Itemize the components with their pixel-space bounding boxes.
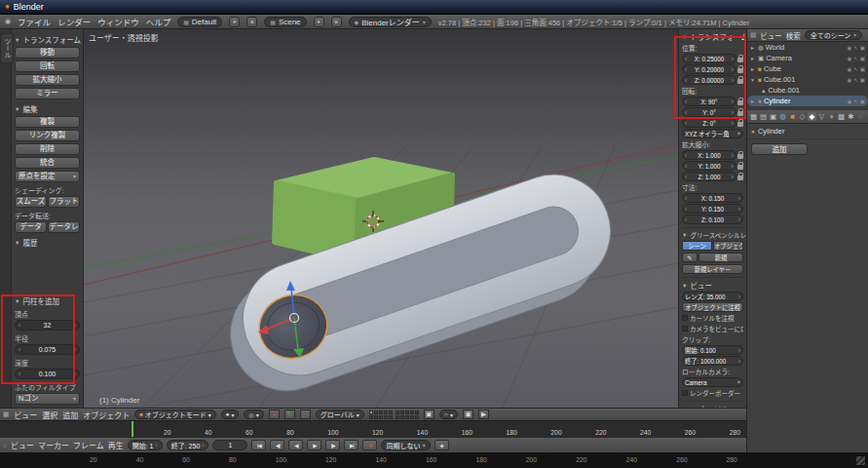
clip-start-field[interactable]: 開始: 0.100› [682, 345, 743, 355]
increment-icon[interactable]: › [732, 77, 734, 84]
resize-grip[interactable] [856, 456, 865, 465]
collapse-icon[interactable]: ▼ [750, 77, 756, 83]
scale-z-field[interactable]: ‹Z: 1.000› [682, 172, 736, 181]
lock-icon[interactable] [737, 58, 743, 62]
select-restrict-icon[interactable]: ↖ [853, 66, 858, 72]
timeline-playhead[interactable] [132, 421, 133, 438]
gpencil-scene-tab[interactable]: シーン [682, 241, 712, 251]
panel-header-grease-pencil[interactable]: ▼ グリースペンシルレイ.. [682, 230, 743, 240]
frame-end-field[interactable]: 終了: 250 › [167, 440, 209, 450]
scene-selector[interactable]: ▦ Scene [264, 17, 306, 27]
viewport-menu-add[interactable]: 追加 [62, 410, 78, 420]
play-button[interactable]: ▶ [307, 440, 321, 450]
mirror-button[interactable]: ミラー [15, 88, 80, 99]
lock-icon[interactable] [737, 100, 743, 105]
dimensions-y-field[interactable]: ‹Y: 0.150› [682, 204, 743, 214]
data-layout-transfer-button[interactable]: データレ [48, 221, 80, 233]
tab-world-icon[interactable]: ◍ [778, 112, 787, 121]
decrement-icon[interactable]: ‹ [685, 98, 687, 105]
panel-header-add-cylinder[interactable]: ▼ 円柱を追加 [15, 295, 80, 306]
eye-icon[interactable]: ◉ [847, 66, 851, 72]
info-editor-icon[interactable]: ◉ [5, 18, 11, 25]
lock-icon[interactable] [737, 68, 743, 73]
outliner-item-cylinder[interactable]: ► ● Cylinder ◉↖▣ [747, 96, 868, 106]
increment-icon[interactable]: › [732, 109, 734, 116]
timeline-region[interactable]: 20406080100120140160180200220240260280 [0, 420, 746, 437]
lock-to-object-field[interactable]: オブジェクトに注視 [682, 302, 743, 312]
snap-dropdown[interactable]: ∩ ▾ [439, 410, 458, 419]
menu-help[interactable]: ヘルプ [146, 16, 171, 27]
scene-delete-button[interactable]: × [331, 17, 342, 27]
rotation-z-field[interactable]: ‹Z: 0°› [682, 118, 736, 128]
select-restrict-icon[interactable]: ↖ [853, 98, 858, 104]
lock-icon[interactable] [737, 122, 743, 127]
viewport-3d[interactable]: ユーザー・透視投影 (1) Cylinder [84, 29, 678, 408]
tab-constraints-icon[interactable]: ◇ [798, 112, 807, 121]
translate-button[interactable]: 移動 [15, 47, 80, 58]
outliner-display-dropdown[interactable]: 全てのシーン ▾ [805, 30, 862, 40]
increment-icon[interactable]: › [732, 98, 734, 105]
jump-prev-keyframe-button[interactable]: ◀| [270, 440, 284, 450]
scale-button[interactable]: 拡大縮小 [15, 74, 80, 86]
decrement-icon[interactable]: ‹ [685, 152, 687, 159]
panel-header-view[interactable]: ▼ ビュー [682, 280, 743, 291]
menu-window[interactable]: ウィンドウ [97, 16, 139, 27]
expand-icon[interactable]: ► [750, 66, 756, 72]
manipulator-scale-icon[interactable]: □ [300, 410, 311, 419]
outliner-item-cube-001-data[interactable]: ▲ Cube.001 [747, 85, 868, 96]
expand-icon[interactable]: ► [750, 98, 756, 104]
decrement-icon[interactable]: ‹ [685, 174, 687, 180]
jump-to-end-button[interactable]: ▶| [344, 440, 359, 450]
local-camera-field[interactable]: Camera▾ [682, 377, 743, 387]
decrement-icon[interactable]: ‹ [685, 216, 687, 223]
panel-header-history[interactable]: ▼ 履歴 [15, 237, 80, 248]
increment-icon[interactable]: › [738, 358, 740, 365]
increment-icon[interactable]: › [732, 152, 734, 159]
lock-cursor-checkbox[interactable] [682, 315, 688, 321]
menu-render[interactable]: レンダー [57, 16, 91, 27]
render-engine-selector[interactable]: ◆ Blenderレンダー ▾ [349, 17, 432, 27]
layers-widget[interactable] [369, 410, 419, 419]
pivot-dropdown[interactable]: ◎ ▾ [244, 410, 263, 419]
manipulator-translate-icon[interactable]: + [269, 410, 280, 419]
eye-icon[interactable]: ◉ [847, 98, 851, 104]
tab-material-icon[interactable]: ● [827, 112, 836, 121]
panel-header-edit[interactable]: ▼ 編集 [15, 103, 80, 114]
expand-icon[interactable]: ► [750, 45, 756, 51]
frame-start-field[interactable]: 開始: 1 › [128, 440, 163, 450]
viewport-menu-select[interactable]: 選択 [42, 410, 57, 420]
dimensions-z-field[interactable]: ‹Z: 0.100› [682, 214, 743, 224]
increment-icon[interactable]: › [202, 442, 204, 448]
join-button[interactable]: 統合 [15, 157, 80, 169]
tab-scene-icon[interactable]: ▣ [769, 112, 777, 121]
depth-field[interactable]: ‹ 0.100 › [15, 369, 80, 379]
outliner-menu-view[interactable]: ビュー [760, 30, 782, 41]
render-restrict-icon[interactable]: ▣ [860, 45, 865, 51]
expand-icon[interactable]: ► [750, 56, 756, 61]
viewport-menu-view[interactable]: ビュー [14, 410, 37, 420]
tab-texture-icon[interactable]: ▩ [837, 112, 846, 121]
decrement-icon[interactable]: ‹ [685, 66, 687, 73]
outliner-editor-icon[interactable]: ▤ [750, 31, 756, 39]
increment-icon[interactable]: › [738, 293, 740, 300]
gpencil-new-button[interactable]: 新規 [698, 253, 743, 262]
eye-icon[interactable]: ◉ [847, 77, 851, 83]
location-y-field[interactable]: ‹Y: 0.20000› [682, 64, 736, 74]
increment-icon[interactable]: › [74, 346, 76, 353]
increment-icon[interactable]: › [738, 216, 740, 223]
layout-selector[interactable]: ▦ Default [177, 17, 222, 27]
breadcrumb-object-name[interactable]: Cylinder [758, 127, 785, 136]
outliner-item-cube-001[interactable]: ▼ ■ Cube.001 ◉↖▣ [747, 74, 868, 85]
tab-particles-icon[interactable]: ✱ [847, 112, 855, 121]
record-button[interactable]: ● [362, 440, 377, 450]
timeline-menu-frame[interactable]: フレーム [73, 440, 104, 450]
lock-icon[interactable] [737, 165, 743, 170]
jump-to-start-button[interactable]: |◀ [251, 440, 266, 450]
lock-icon[interactable] [737, 154, 743, 159]
increment-icon[interactable]: › [738, 347, 740, 354]
decrement-icon[interactable]: ‹ [685, 195, 687, 202]
current-frame-field[interactable]: 1 [212, 440, 247, 450]
cap-fill-dropdown[interactable]: Nゴン ▾ [15, 393, 80, 405]
layout-delete-button[interactable]: × [246, 17, 257, 27]
decrement-icon[interactable]: ‹ [685, 56, 687, 62]
